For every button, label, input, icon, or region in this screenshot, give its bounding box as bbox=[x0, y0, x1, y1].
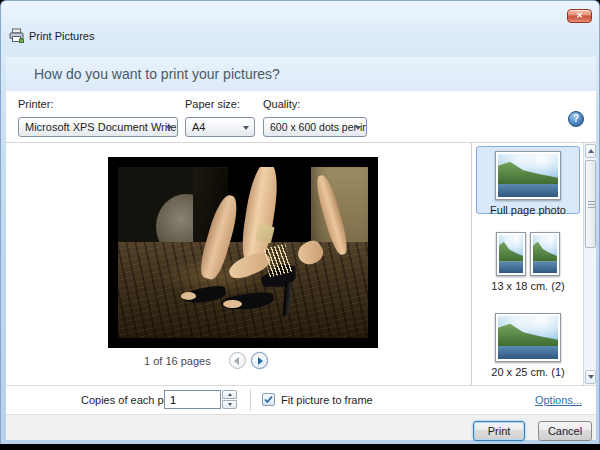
cancel-button[interactable]: Cancel bbox=[538, 421, 592, 441]
arrow-down-icon bbox=[588, 375, 594, 379]
layout-option-label: Full page photo bbox=[477, 204, 579, 216]
scrollbar-thumb[interactable] bbox=[585, 160, 596, 248]
window-title: Print Pictures bbox=[29, 30, 94, 42]
chevron-down-icon bbox=[166, 126, 172, 130]
printer-select[interactable]: Microsoft XPS Document Writer bbox=[18, 117, 178, 137]
previous-page-button[interactable] bbox=[229, 352, 246, 369]
quality-label: Quality: bbox=[263, 98, 300, 110]
thumbnail-mountain bbox=[498, 324, 558, 346]
quality-select-value: 600 x 600 dots per inch bbox=[270, 121, 367, 133]
print-settings-row: Printer: Microsoft XPS Document Writer P… bbox=[6, 91, 596, 143]
layout-option-label: 13 x 18 cm. (2) bbox=[477, 280, 579, 292]
help-icon[interactable]: ? bbox=[568, 111, 584, 127]
thumbnail-water bbox=[498, 346, 558, 359]
thumbnail-mountain bbox=[533, 242, 557, 262]
arrow-up-icon bbox=[228, 393, 232, 396]
dialog-body: How do you want to print your pictures? … bbox=[6, 57, 596, 414]
scroll-down-button[interactable] bbox=[585, 370, 596, 384]
chevron-down-icon bbox=[355, 126, 361, 130]
dialog-footer: Print Cancel bbox=[6, 414, 596, 440]
main-area: 1 of 16 pages Full page photo bbox=[6, 143, 596, 385]
fit-picture-checkbox[interactable] bbox=[262, 393, 275, 406]
layout-option-20x25[interactable]: 20 x 25 cm. (1) bbox=[476, 306, 580, 382]
print-pictures-dialog: Print Pictures ✕ How do you want to prin… bbox=[0, 0, 600, 444]
scroll-up-button[interactable] bbox=[585, 144, 596, 158]
scrollbar-grip-icon bbox=[588, 201, 595, 209]
arrow-down-icon bbox=[228, 403, 232, 406]
photo-toes bbox=[181, 292, 196, 300]
print-preview-pane: 1 of 16 pages bbox=[6, 143, 472, 385]
arrow-up-icon bbox=[588, 149, 594, 153]
thumbnail-water bbox=[533, 262, 557, 273]
thumbnail-water bbox=[498, 184, 558, 197]
page-status: 1 of 16 pages bbox=[144, 355, 211, 367]
decrement-button[interactable] bbox=[222, 400, 237, 409]
layout-sidebar: Full page photo 13 x 18 cm bbox=[473, 143, 583, 385]
fit-picture-label: Fit picture to frame bbox=[281, 394, 373, 406]
photo-toes bbox=[223, 300, 242, 309]
printer-label: Printer: bbox=[18, 98, 53, 110]
print-button[interactable]: Print bbox=[473, 421, 525, 441]
copies-input[interactable] bbox=[164, 390, 221, 409]
printer-icon bbox=[9, 28, 24, 43]
layout-thumbnail bbox=[495, 151, 561, 200]
close-button[interactable]: ✕ bbox=[567, 9, 592, 23]
chevron-down-icon bbox=[243, 126, 249, 130]
layout-thumbnail bbox=[495, 313, 561, 362]
increment-button[interactable] bbox=[222, 390, 237, 399]
copies-stepper bbox=[222, 390, 237, 409]
layout-option-13x18[interactable]: 13 x 18 cm. (2) bbox=[476, 223, 580, 299]
options-link[interactable]: Options... bbox=[535, 394, 582, 406]
paper-size-select[interactable]: A4 bbox=[185, 117, 255, 137]
copies-row: Copies of each picture: Fit picture to f… bbox=[6, 385, 596, 413]
quality-select[interactable]: 600 x 600 dots per inch bbox=[263, 117, 367, 137]
next-page-button[interactable] bbox=[251, 352, 268, 369]
page-preview bbox=[108, 157, 378, 348]
photo-preview bbox=[118, 167, 368, 338]
thumbnail-mountain bbox=[499, 242, 523, 262]
thumbnail-mountain bbox=[498, 162, 558, 184]
arrow-left-icon bbox=[234, 357, 239, 365]
layout-thumbnail bbox=[530, 232, 560, 276]
checkmark-icon bbox=[263, 394, 274, 405]
layout-thumbnail bbox=[496, 232, 526, 276]
layout-option-label: 20 x 25 cm. (1) bbox=[477, 366, 579, 378]
arrow-right-icon bbox=[258, 357, 263, 365]
paper-size-select-value: A4 bbox=[192, 121, 205, 133]
sidebar-scrollbar[interactable] bbox=[583, 143, 596, 385]
printer-select-value: Microsoft XPS Document Writer bbox=[25, 121, 178, 133]
instruction-banner: How do you want to print your pictures? bbox=[6, 57, 596, 91]
thumbnail-water bbox=[499, 262, 523, 273]
layout-option-full-page-photo[interactable]: Full page photo bbox=[476, 146, 580, 214]
paper-size-label: Paper size: bbox=[185, 98, 240, 110]
page-title: How do you want to print your pictures? bbox=[6, 57, 596, 91]
divider bbox=[250, 389, 251, 411]
